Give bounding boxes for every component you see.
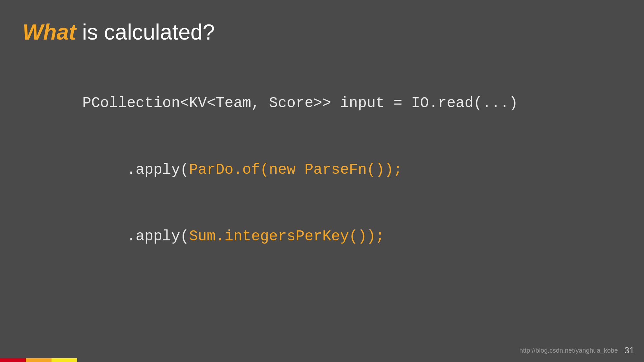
code-line1-white-end: = IO.read(...) [384, 95, 518, 112]
code-block: PCollection<KV<Team, Score>> input = IO.… [23, 70, 621, 270]
title-highlight: What [23, 20, 76, 44]
code-line3-white: .apply( [82, 228, 189, 245]
bar-red [0, 358, 26, 362]
slide-container: What is calculated? PCollection<KV<Team,… [0, 0, 644, 362]
code-line2-white: .apply( [82, 162, 189, 178]
title-area: What is calculated? [23, 19, 621, 44]
code-line1-input: input [340, 95, 384, 112]
title-rest: is calculated? [76, 20, 215, 44]
footer-page-number: 31 [624, 345, 634, 356]
footer-bar [0, 358, 77, 362]
bar-orange [26, 358, 52, 362]
slide-title: What is calculated? [23, 19, 621, 44]
code-line2-orange: ParDo.of(new ParseFn()); [189, 162, 402, 178]
code-line-1: PCollection<KV<Team, Score>> input = IO.… [29, 70, 621, 137]
code-line3-orange: Sum.integersPerKey()); [189, 228, 384, 245]
code-line-3: .apply(Sum.integersPerKey()); [29, 203, 621, 270]
slide-footer: http://blog.csdn.net/yanghua_kobe 31 [519, 345, 634, 356]
bar-yellow [52, 358, 77, 362]
code-line1-white-start: PCollection<KV<Team, Score>> [82, 95, 340, 112]
code-line-2: .apply(ParDo.of(new ParseFn()); [29, 137, 621, 203]
footer-url: http://blog.csdn.net/yanghua_kobe [519, 347, 618, 354]
